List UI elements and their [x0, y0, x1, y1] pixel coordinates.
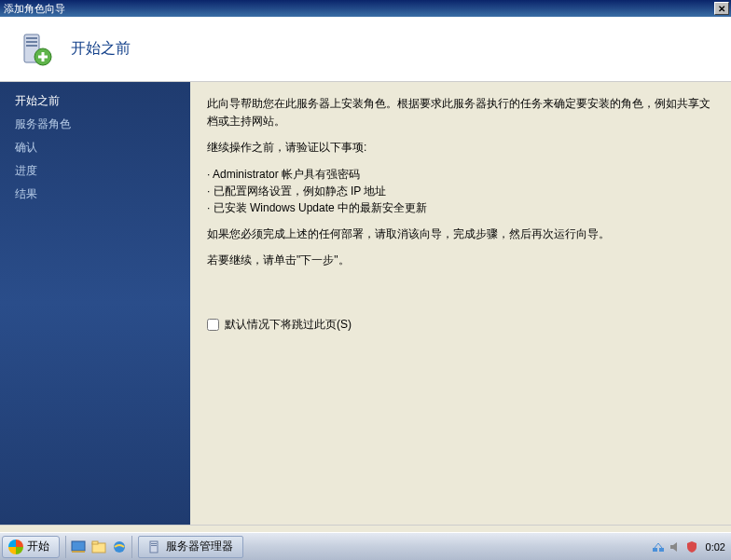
- explorer-icon[interactable]: [90, 539, 107, 555]
- skip-page-label: 默认情况下将跳过此页(S): [225, 317, 352, 333]
- verify-heading: 继续操作之前，请验证以下事项:: [207, 139, 714, 157]
- task-label: 服务器管理器: [166, 539, 233, 554]
- svg-rect-1: [26, 37, 37, 39]
- svg-rect-8: [72, 551, 85, 553]
- wizard-content: 此向导帮助您在此服务器上安装角色。根据要求此服务器执行的任务来确定要安装的角色，…: [190, 82, 731, 525]
- sidebar-item-server-roles[interactable]: 服务器角色: [0, 113, 190, 136]
- wizard-sidebar: 开始之前 服务器角色 确认 进度 结果: [0, 82, 190, 525]
- svg-rect-7: [72, 541, 85, 551]
- svg-rect-15: [653, 548, 657, 552]
- intro-paragraph: 此向导帮助您在此服务器上安装角色。根据要求此服务器执行的任务来确定要安装的角色，…: [207, 95, 714, 130]
- start-button[interactable]: 开始: [2, 536, 60, 558]
- window-titlebar: 添加角色向导 ✕: [0, 0, 731, 17]
- svg-rect-16: [659, 548, 664, 552]
- skip-page-checkbox[interactable]: [207, 319, 219, 331]
- server-manager-icon: [148, 540, 161, 553]
- bullet-item: 已安装 Windows Update 中的最新安全更新: [207, 199, 714, 216]
- server-role-icon: [17, 31, 54, 68]
- svg-rect-2: [26, 41, 37, 43]
- skip-page-row[interactable]: 默认情况下将跳过此页(S): [207, 317, 352, 333]
- svg-rect-6: [38, 55, 48, 58]
- svg-rect-13: [151, 543, 157, 544]
- cancel-advice-paragraph: 如果您必须完成上述的任何部署，请取消该向导，完成步骤，然后再次运行向导。: [207, 225, 714, 243]
- quick-launch: [65, 536, 132, 558]
- bullet-item: 已配置网络设置，例如静态 IP 地址: [207, 183, 714, 199]
- tray-volume-icon[interactable]: [669, 540, 682, 553]
- continue-paragraph: 若要继续，请单击"下一步"。: [207, 252, 714, 269]
- sidebar-item-results[interactable]: 结果: [0, 183, 190, 206]
- page-title: 开始之前: [71, 39, 131, 59]
- sidebar-item-confirmation[interactable]: 确认: [0, 136, 190, 159]
- sidebar-item-progress[interactable]: 进度: [0, 159, 190, 183]
- wizard-header: 开始之前: [0, 17, 731, 82]
- tray-shield-icon[interactable]: [685, 540, 698, 553]
- bullet-item: Administrator 帐户具有强密码: [207, 166, 714, 183]
- tray-network-icon[interactable]: [652, 540, 665, 553]
- svg-rect-12: [150, 541, 158, 553]
- taskbar-clock[interactable]: 0:02: [702, 541, 725, 553]
- sidebar-item-before-you-begin[interactable]: 开始之前: [0, 89, 190, 113]
- show-desktop-icon[interactable]: [70, 539, 87, 555]
- svg-rect-10: [92, 541, 98, 544]
- ie-icon[interactable]: [111, 539, 128, 555]
- window-title: 添加角色向导: [2, 2, 714, 16]
- verify-bullets: Administrator 帐户具有强密码 已配置网络设置，例如静态 IP 地址…: [207, 166, 714, 216]
- windows-logo-icon: [8, 540, 23, 554]
- svg-rect-3: [26, 45, 37, 47]
- svg-rect-14: [151, 545, 157, 546]
- taskbar: 开始 服务器管理器 0:02: [0, 532, 731, 560]
- taskbar-task-server-manager[interactable]: 服务器管理器: [138, 536, 243, 558]
- start-label: 开始: [27, 539, 49, 554]
- system-tray: 0:02: [646, 536, 731, 558]
- window-close-button[interactable]: ✕: [714, 2, 729, 15]
